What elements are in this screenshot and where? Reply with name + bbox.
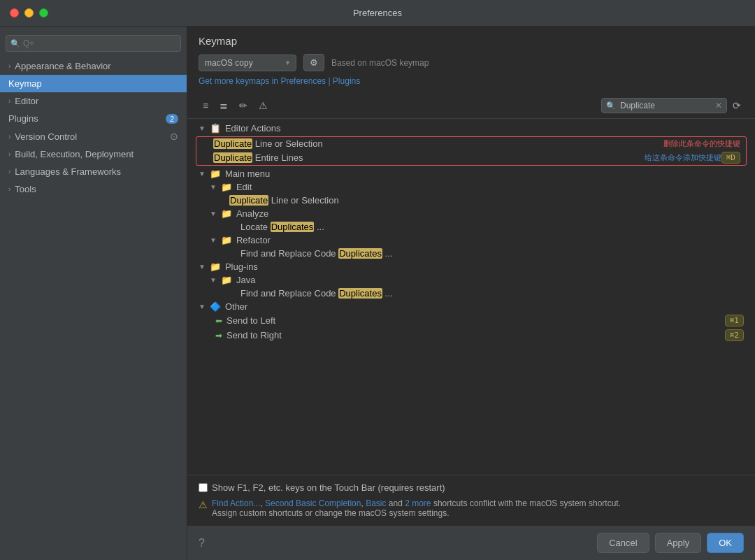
expand-icon: ▼ xyxy=(199,263,206,271)
minimize-button[interactable] xyxy=(24,8,34,17)
sidebar-item-label: Keymap xyxy=(8,78,42,89)
editor-actions-group[interactable]: ▼ 📋 Editor Actions xyxy=(187,122,755,135)
plugins-label: Plug-ins xyxy=(225,261,258,272)
warning-icon: ⚠ xyxy=(199,499,208,510)
sidebar-item-label: Plugins xyxy=(8,113,38,124)
locate-dup-highlight: Duplicates xyxy=(271,222,315,232)
get-more-keymaps-link[interactable]: Get more keymaps in Preferences | Plugin… xyxy=(199,76,360,86)
editor-actions-icon: 📋 xyxy=(210,123,221,134)
expand-icon: ▼ xyxy=(210,276,217,284)
edit-duplicate-label: Duplicate Line or Selection xyxy=(229,195,339,206)
footer-buttons: ? Cancel Apply OK xyxy=(187,525,755,560)
analyze-group[interactable]: ▼ 📁 Analyze xyxy=(187,207,755,220)
java-group[interactable]: ▼ 📁 Java xyxy=(187,273,755,287)
sidebar-item-languages[interactable]: › Languages & Frameworks xyxy=(0,163,187,180)
tree-container[interactable]: ▼ 📋 Editor Actions Duplicate Line or Sel… xyxy=(187,119,755,475)
window-title: Preferences xyxy=(353,8,402,18)
main-menu-label: Main menu xyxy=(225,168,270,179)
edit-duplicate-item[interactable]: Duplicate Line or Selection xyxy=(187,194,755,207)
collapse-all-button[interactable]: ≣ xyxy=(215,97,232,114)
apply-button[interactable]: Apply xyxy=(655,533,702,553)
send-right-icon: ➡ xyxy=(215,331,222,340)
basic-link[interactable]: Basic xyxy=(366,498,386,508)
cancel-button[interactable]: Cancel xyxy=(597,533,649,553)
sidebar-item-keymap[interactable]: Keymap xyxy=(0,75,187,92)
edit-button[interactable]: ✏ xyxy=(235,97,252,114)
sidebar-item-build[interactable]: › Build, Execution, Deployment xyxy=(0,145,187,163)
main-menu-group[interactable]: ▼ 📁 Main menu xyxy=(187,167,755,180)
duplicate-highlight: Duplicate xyxy=(213,138,252,149)
expand-icon: ▼ xyxy=(210,210,217,217)
java-find-item[interactable]: Find and Replace Code Duplicates ... xyxy=(187,287,755,300)
analyze-label: Analyze xyxy=(236,208,268,219)
edit-label: Edit xyxy=(236,182,252,192)
sidebar-item-label: Editor xyxy=(15,96,38,106)
search-navigate-button[interactable]: ⟳ xyxy=(730,99,744,113)
keymap-row: macOS copy ⚙ Based on macOS keymap xyxy=(199,54,744,71)
search-clear-button[interactable]: ✕ xyxy=(715,101,722,110)
find-action-link[interactable]: Find Action... xyxy=(212,498,260,508)
chevron-icon: › xyxy=(8,150,10,158)
add-shortcut-link[interactable]: 给这条命令添加快捷键 xyxy=(645,152,721,163)
close-button[interactable] xyxy=(10,8,19,17)
refactor-group[interactable]: ▼ 📁 Refactor xyxy=(187,234,755,247)
java-icon: 📁 xyxy=(221,275,232,285)
keymap-search-input[interactable] xyxy=(620,101,711,110)
sidebar-search-input[interactable] xyxy=(6,35,181,52)
refactor-dup-highlight: Duplicates xyxy=(338,248,382,259)
touch-bar-label: Show F1, F2, etc. keys on the Touch Bar … xyxy=(212,482,445,493)
locate-duplicates-item[interactable]: Locate Duplicates ... xyxy=(187,220,755,234)
refactor-icon: 📁 xyxy=(221,235,232,245)
help-button[interactable]: ? xyxy=(199,537,205,550)
refactor-find-item[interactable]: Find and Replace Code Duplicates ... xyxy=(187,247,755,260)
footer-left: ? xyxy=(199,533,591,553)
traffic-lights xyxy=(10,8,48,17)
edit-dup-suffix: Line or Selection xyxy=(271,195,339,206)
plugins-icon: 📁 xyxy=(210,261,221,272)
plugins-group[interactable]: ▼ 📁 Plug-ins xyxy=(187,260,755,273)
highlighted-group: Duplicate Line or Selection 删除此条命令的快捷键 D… xyxy=(196,136,747,166)
sidebar-item-appearance[interactable]: › Appearance & Behavior xyxy=(0,57,187,75)
sidebar-item-label: Tools xyxy=(15,184,36,194)
expand-all-button[interactable]: ≡ xyxy=(199,97,213,114)
warning-filter-button[interactable]: ⚠ xyxy=(254,97,272,114)
sidebar-item-editor[interactable]: › Editor xyxy=(0,92,187,110)
send-left-icon: ⬅ xyxy=(215,316,222,326)
duplicate-line-row[interactable]: Duplicate Line or Selection 删除此条命令的快捷键 xyxy=(196,137,746,150)
sidebar-item-version-control[interactable]: › Version Control ⊙ xyxy=(0,127,187,145)
chevron-icon: › xyxy=(8,168,10,175)
editor-actions-label: Editor Actions xyxy=(225,123,281,134)
sidebar-item-plugins[interactable]: Plugins 2 xyxy=(0,110,187,127)
keymap-select[interactable]: macOS copy xyxy=(199,55,296,71)
analyze-icon: 📁 xyxy=(221,208,232,219)
sidebar: 🔍 › Appearance & Behavior Keymap › Edito… xyxy=(0,27,187,560)
gear-button[interactable]: ⚙ xyxy=(303,54,324,71)
2-more-link[interactable]: 2 more xyxy=(405,498,431,508)
search-icon: 🔍 xyxy=(10,39,20,48)
sidebar-item-label: Languages & Frameworks xyxy=(15,166,121,177)
edit-group[interactable]: ▼ 📁 Edit xyxy=(187,180,755,194)
sidebar-item-tools[interactable]: › Tools xyxy=(0,180,187,198)
java-dup-highlight: Duplicates xyxy=(338,288,382,299)
chevron-icon: › xyxy=(8,185,10,193)
other-label: Other xyxy=(225,301,248,312)
search-icon: 🔍 xyxy=(606,101,616,110)
send-to-right-item[interactable]: ➡ Send to Right ⌘2 xyxy=(187,328,755,343)
shortcut-badge-cmd-d: ⌘D xyxy=(721,152,740,164)
refactor-label: Refactor xyxy=(236,235,271,245)
maximize-button[interactable] xyxy=(39,8,48,17)
second-basic-completion-link[interactable]: Second Basic Completion xyxy=(265,498,361,508)
duplicate-entire-row[interactable]: Duplicate Entire Lines 给这条命令添加快捷键 ⌘D xyxy=(196,150,746,165)
toolbar: ≡ ≣ ✏ ⚠ 🔍 ✕ ⟳ xyxy=(187,93,755,119)
other-group[interactable]: ▼ 🔷 Other xyxy=(187,300,755,313)
touch-bar-checkbox[interactable] xyxy=(199,483,208,492)
keymap-select-wrap[interactable]: macOS copy xyxy=(199,55,296,71)
ok-button[interactable]: OK xyxy=(707,533,744,553)
send-to-left-item[interactable]: ⬅ Send to Left ⌘1 xyxy=(187,313,755,328)
remove-shortcut-link[interactable]: 删除此条命令的快捷键 xyxy=(663,138,740,149)
search-bar: 🔍 ✕ xyxy=(601,98,727,113)
touch-bar-checkbox-row: Show F1, F2, etc. keys on the Touch Bar … xyxy=(199,482,744,493)
sidebar-search-box[interactable]: 🔍 xyxy=(6,35,181,52)
based-on-text: Based on macOS keymap xyxy=(331,58,429,68)
expand-icon: ▼ xyxy=(210,183,217,191)
